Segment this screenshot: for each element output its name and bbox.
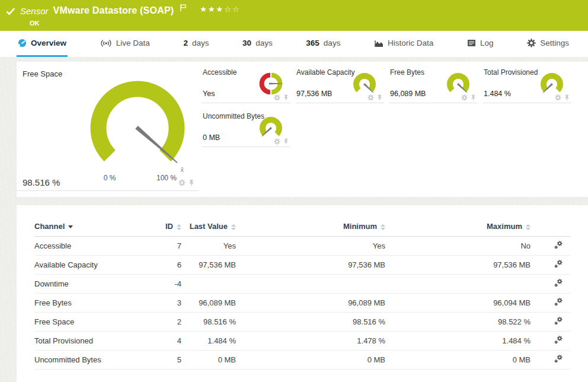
sensor-header: Sensor VMware Datastore (SOAP) ★★★☆☆ OK: [0, 0, 588, 31]
gear-icon[interactable]: [274, 138, 280, 145]
status-check-icon: [6, 7, 15, 15]
tab-log[interactable]: Log: [466, 31, 495, 57]
column-header-maximum[interactable]: Maximum: [385, 222, 531, 237]
channel-id: 5: [153, 351, 181, 370]
gauge-max-label: 100 %: [156, 174, 177, 182]
pin-icon[interactable]: [188, 179, 195, 186]
tab-bar: OverviewLive Data2days30days365daysHisto…: [0, 31, 588, 57]
table-header-row: ChannelIDLast ValueMinimumMaximum: [34, 222, 570, 237]
channel-settings-icon[interactable]: [554, 354, 563, 364]
channel-id: 4: [153, 332, 181, 351]
table-row[interactable]: Total Provisioned41.484 %1.478 %1.484 %: [34, 332, 570, 351]
gauge-title: Available Capacity: [296, 68, 355, 77]
chart-icon: [374, 39, 384, 47]
sort-icon: [526, 224, 531, 230]
gauge-title: Accessible: [203, 68, 237, 77]
column-header-channel[interactable]: Channel: [34, 222, 153, 237]
channel-name: Free Bytes: [34, 294, 153, 313]
gear-icon[interactable]: [555, 94, 561, 101]
channel-settings-icon[interactable]: [554, 297, 563, 307]
tab-label: Historic Data: [388, 39, 433, 47]
column-header-minimum[interactable]: Minimum: [236, 222, 385, 237]
gauge-value: 97,536 MB: [296, 90, 332, 98]
gauge-value: Yes: [203, 90, 215, 98]
table-row[interactable]: Accessible7YesYesNo: [34, 237, 570, 256]
sort-icon: [231, 224, 236, 230]
channel-name: Downtime: [34, 275, 153, 294]
tab-2-days[interactable]: 2days: [182, 31, 210, 57]
table-row[interactable]: Uncommitted Bytes50 MB0 MB0 MB: [34, 351, 570, 370]
gauge-value: 98.516 %: [23, 177, 60, 187]
channel-id: 3: [153, 294, 181, 313]
gear-icon: [527, 39, 536, 47]
tab-live-data[interactable]: Live Data: [99, 31, 151, 57]
pin-icon[interactable]: [470, 94, 477, 101]
pin-icon[interactable]: [283, 138, 289, 145]
table-row[interactable]: Free Space298.516 %98.516 %98.522 %: [34, 313, 570, 332]
gear-icon[interactable]: [461, 94, 468, 101]
channel-id: 2: [153, 313, 181, 332]
log-icon: [467, 39, 476, 47]
gauge-title: Free Space: [23, 69, 62, 78]
prtg-sensor-page: Sensor VMware Datastore (SOAP) ★★★☆☆ OK …: [0, 0, 588, 382]
broadcast-icon: [100, 39, 112, 47]
tab-30-days[interactable]: 30days: [241, 31, 274, 57]
gear-icon[interactable]: [178, 179, 186, 186]
channel-minimum: 96,089 MB: [236, 294, 385, 313]
gauge-tile-free-bytes[interactable]: Free Bytes96,089 MB: [389, 66, 478, 103]
tab-prefix: 30: [242, 39, 251, 47]
tab-overview[interactable]: Overview: [17, 31, 68, 57]
channels-table-panel: ChannelIDLast ValueMinimumMaximum Access…: [17, 205, 588, 382]
column-header-last-value[interactable]: Last Value: [181, 222, 236, 237]
channel-last-value: 98.516 %: [181, 313, 236, 332]
tab-label: days: [255, 39, 273, 47]
primary-gauge-tile[interactable]: Free Space x̄ 0 % 100 % 98.516 %: [17, 62, 199, 191]
gear-icon[interactable]: [274, 94, 280, 101]
tab-settings[interactable]: Settings: [526, 31, 570, 57]
channel-settings-icon[interactable]: [554, 316, 563, 326]
tab-label: Overview: [31, 39, 66, 47]
table-row[interactable]: Available Capacity697,536 MB97,536 MB97,…: [34, 256, 570, 275]
tab-label: Log: [480, 39, 494, 47]
table-row[interactable]: Downtime-4: [34, 275, 570, 294]
gauge-title: Uncommitted Bytes: [203, 112, 264, 120]
sort-desc-icon: [68, 225, 73, 228]
gauge-tile-uncommitted-bytes[interactable]: Uncommitted Bytes0 MB: [202, 110, 290, 147]
channel-last-value: [181, 275, 236, 294]
channel-settings-icon[interactable]: [554, 259, 563, 269]
channel-maximum: 98.522 %: [385, 313, 531, 332]
pin-icon[interactable]: [283, 94, 289, 101]
channel-maximum: 0 MB: [385, 351, 531, 370]
pin-icon[interactable]: [564, 94, 570, 101]
channel-settings-icon[interactable]: [554, 278, 563, 288]
pin-icon[interactable]: [376, 94, 383, 101]
gauge-tile-total-provisioned[interactable]: Total Provisioned1.484 %: [483, 66, 571, 103]
object-kind-label: Sensor: [20, 6, 49, 16]
gear-icon[interactable]: [368, 94, 374, 101]
priority-stars[interactable]: ★★★☆☆: [200, 5, 240, 14]
channel-id: 6: [153, 256, 181, 275]
channel-name: Available Capacity: [34, 256, 153, 275]
tab-historic-data[interactable]: Historic Data: [373, 31, 434, 57]
channel-minimum: 98.516 %: [236, 313, 385, 332]
gauge-tile-available-capacity[interactable]: Available Capacity97,536 MB: [296, 66, 384, 103]
gauge-tile-accessible[interactable]: AccessibleYes: [202, 66, 290, 103]
table-row[interactable]: Free Bytes396,089 MB96,089 MB96,094 MB: [34, 294, 570, 313]
channel-last-value: 96,089 MB: [181, 294, 236, 313]
tab-label: Live Data: [116, 39, 150, 47]
flag-icon: [180, 4, 187, 12]
column-header-actions: [531, 222, 570, 237]
gauge-title: Total Provisioned: [484, 68, 538, 77]
tab-365-days[interactable]: 365days: [305, 31, 341, 57]
channel-id: 7: [153, 237, 181, 256]
channel-minimum: 0 MB: [236, 351, 385, 370]
small-gauge-tiles: AccessibleYes Available Capacity97,536 M…: [199, 62, 588, 197]
channel-minimum: [236, 275, 385, 294]
sort-icon: [381, 224, 385, 230]
gauge-value: 0 MB: [203, 133, 220, 142]
page-content: Free Space x̄ 0 % 100 % 98.516 % Accessi…: [0, 57, 588, 382]
column-header-id[interactable]: ID: [153, 222, 181, 237]
channel-settings-icon[interactable]: [554, 335, 563, 345]
channel-settings-icon[interactable]: [554, 240, 563, 250]
channel-maximum: 97,536 MB: [385, 256, 531, 275]
